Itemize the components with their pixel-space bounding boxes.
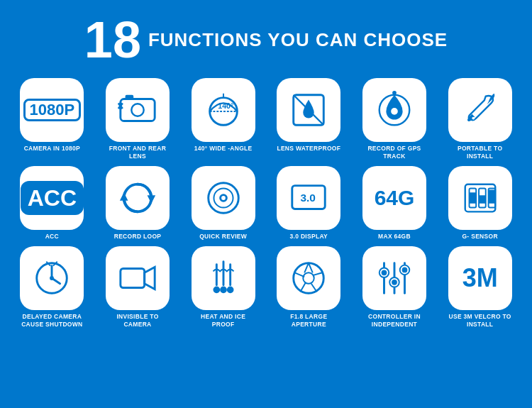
features-grid: 1080P CAMERA IN 1080P FRONT AND REAR LEN… xyxy=(11,78,521,329)
controller-icon xyxy=(374,258,415,299)
main-container: 18 FUNCTIONS YOU CAN CHOOSE 1080P CAMERA… xyxy=(0,0,532,408)
svg-point-60 xyxy=(402,268,408,273)
header-text: FUNCTIONS YOU CAN CHOOSE xyxy=(148,29,448,51)
icon-box-3m-velcro: 3M xyxy=(448,246,512,310)
svg-rect-27 xyxy=(479,195,486,204)
item-label-display: 3.0 DISPLAY xyxy=(290,233,328,241)
item-label-3m-velcro: USE 3M VELCRO TO INSTALL xyxy=(448,313,512,329)
icon-box-gps-track xyxy=(362,78,426,142)
icon-box-acc: ACC xyxy=(20,166,84,230)
item-label-max-64gb: MAX 64GB xyxy=(378,233,411,241)
feature-item-display: 3.0 3.0 DISPLAY xyxy=(267,166,350,241)
svg-marker-37 xyxy=(145,268,155,290)
tools-icon xyxy=(460,89,501,131)
icon-box-heat-ice xyxy=(192,246,255,310)
item-label-gps-track: RECORD OF GPS TRACK xyxy=(362,145,426,160)
heat-icon xyxy=(203,258,244,299)
svg-point-13 xyxy=(392,91,397,95)
1080p-text: 1080P xyxy=(23,99,82,121)
svg-point-1 xyxy=(131,104,143,116)
gsensor-icon xyxy=(460,177,501,219)
feature-item-g-sensor: G- SENSOR xyxy=(438,166,521,241)
icon-box-max-64gb: 64G xyxy=(362,166,426,230)
icon-box-front-rear-lens xyxy=(106,78,170,142)
svg-rect-0 xyxy=(121,99,155,121)
3m-text: 3M xyxy=(462,265,498,291)
feature-item-camera-1080p: 1080P CAMERA IN 1080P xyxy=(11,78,94,160)
item-label-controller: CONTROLLER IN INDEPENDENT xyxy=(362,313,426,329)
item-label-aperture: F1.8 LARGE APERTURE xyxy=(277,313,340,329)
aperture-icon xyxy=(288,258,329,299)
icon-box-g-sensor xyxy=(448,166,512,230)
feature-item-front-rear-lens: FRONT AND REAR LENS xyxy=(96,78,179,160)
feature-item-gps-track: RECORD OF GPS TRACK xyxy=(353,78,436,160)
svg-rect-2 xyxy=(126,95,134,100)
svg-point-20 xyxy=(221,196,226,200)
svg-point-33 xyxy=(50,276,54,280)
icon-box-controller xyxy=(362,246,426,310)
icon-box-display: 3.0 xyxy=(277,166,340,230)
svg-line-47 xyxy=(313,272,323,275)
acc-text: ACC xyxy=(21,181,84,215)
item-label-g-sensor: G- SENSOR xyxy=(462,233,497,241)
waterproof-icon xyxy=(288,89,329,131)
svg-point-44 xyxy=(294,263,324,294)
feature-item-invisible: INVISIBLE TO CAMERA xyxy=(96,246,179,329)
icon-box-quick-review xyxy=(192,166,255,230)
feature-item-wide-angle: 140° 140° WIDE -ANGLE xyxy=(182,78,265,160)
svg-text:3.0: 3.0 xyxy=(301,192,316,204)
svg-point-45 xyxy=(304,272,314,283)
feature-item-heat-ice: HEAT AND ICE PROOF xyxy=(182,246,265,329)
loop-icon xyxy=(117,177,158,219)
icon-box-invisible xyxy=(106,246,170,310)
svg-rect-25 xyxy=(469,192,476,203)
icon-box-camera-1080p: 1080P xyxy=(20,78,84,142)
feature-item-acc: ACC ACC xyxy=(11,166,94,241)
camera-icon xyxy=(117,89,158,131)
64g-text: 64G xyxy=(375,187,415,209)
item-label-quick-review: QUICK REVIEW xyxy=(199,233,247,241)
clock-icon xyxy=(31,258,72,299)
svg-point-14 xyxy=(472,117,475,120)
item-label-acc: ACC xyxy=(45,233,59,241)
header: 18 FUNCTIONS YOU CAN CHOOSE xyxy=(84,14,448,65)
display-icon: 3.0 xyxy=(288,177,329,219)
feature-item-portable: PORTABLE TO INSTALL xyxy=(438,78,521,160)
svg-marker-16 xyxy=(148,195,156,204)
icon-box-portable xyxy=(448,78,512,142)
svg-line-10 xyxy=(294,95,324,126)
item-label-camera-1080p: CAMERA IN 1080P xyxy=(24,145,80,153)
feature-item-aperture: F1.8 LARGE APERTURE xyxy=(267,246,350,329)
item-label-record-loop: RECORD LOOP xyxy=(114,233,162,241)
svg-rect-29 xyxy=(488,189,495,203)
icon-box-aperture xyxy=(277,246,340,310)
item-label-portable: PORTABLE TO INSTALL xyxy=(448,145,512,160)
icon-box-wide-angle: 140° xyxy=(192,78,255,142)
item-label-lens-waterproof: LENS WATERPROOF xyxy=(277,145,340,153)
angle-icon: 140° xyxy=(203,89,244,131)
svg-point-56 xyxy=(382,270,387,276)
svg-point-42 xyxy=(220,287,227,294)
svg-line-50 xyxy=(295,272,305,277)
gps-icon xyxy=(374,89,415,131)
review-icon xyxy=(203,177,244,219)
svg-line-48 xyxy=(311,284,317,292)
feature-item-lens-waterproof: LENS WATERPROOF xyxy=(267,78,350,160)
icon-box-lens-waterproof xyxy=(277,78,340,142)
svg-point-58 xyxy=(392,280,397,285)
svg-rect-36 xyxy=(121,269,145,288)
item-label-heat-ice: HEAT AND ICE PROOF xyxy=(192,313,255,329)
item-label-invisible: INVISIBLE TO CAMERA xyxy=(106,313,170,329)
icon-box-record-loop xyxy=(106,166,170,230)
item-label-wide-angle: 140° WIDE -ANGLE xyxy=(194,145,253,153)
header-number: 18 xyxy=(84,14,141,65)
icon-box-delayed-camera xyxy=(20,246,84,310)
feature-item-controller: CONTROLLER IN INDEPENDENT xyxy=(353,246,436,329)
svg-line-49 xyxy=(301,282,306,292)
svg-text:140°: 140° xyxy=(218,101,233,110)
feature-item-max-64gb: 64G MAX 64GB xyxy=(353,166,436,241)
feature-item-quick-review: QUICK REVIEW xyxy=(182,166,265,241)
svg-point-41 xyxy=(213,287,220,294)
video-icon xyxy=(117,258,158,299)
svg-point-43 xyxy=(226,287,233,294)
